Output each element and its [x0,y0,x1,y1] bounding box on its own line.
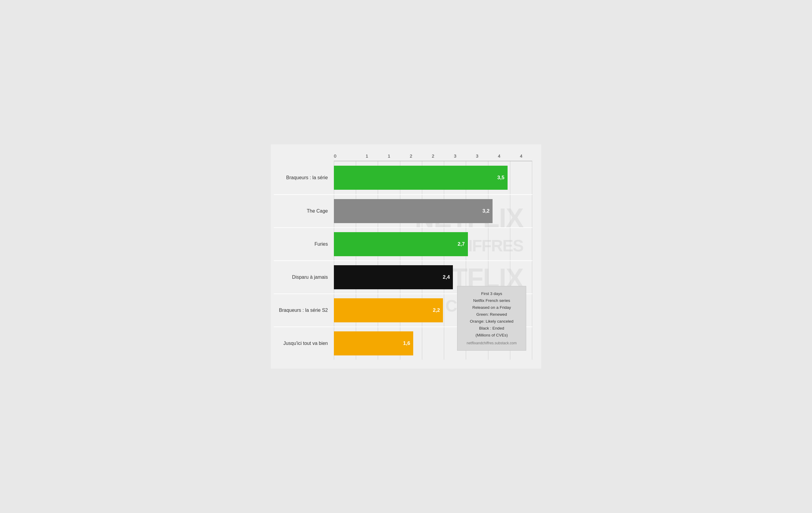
bar-wrapper-furies: 2,7 [334,232,532,256]
bar-braqueurs-s1: 3,5 [334,166,508,190]
bar-label-jusquici: Jusqu'ici tout va bien [274,341,334,346]
chart-container: NETFLIX & CHIFFRES NETFLIX & CHIFFRES 0 … [271,144,541,369]
x-axis: 0 1 1 2 2 3 3 4 4 [334,153,532,159]
legend-box: First 3 days Netflix French series Relea… [457,286,526,351]
bar-value-the-cage: 3,2 [482,208,490,214]
x-tick-5: 3 [444,153,466,159]
bar-value-braqueurs-s1: 3,5 [497,175,504,181]
x-tick-3: 2 [400,153,422,159]
bar-label-furies: Furies [274,241,334,247]
chart-inner: 0 1 1 2 2 3 3 4 4 [274,153,532,360]
x-tick-6: 3 [466,153,488,159]
bar-wrapper-braqueurs-s1: 3,5 [334,166,532,190]
x-tick-2: 1 [378,153,400,159]
bar-value-braqueurs-s2: 2,2 [433,307,440,313]
x-tick-7: 4 [488,153,510,159]
bar-row-braqueurs-s1: Braqueurs : la série 3,5 [274,161,532,194]
legend-line-3: Released on a Friday [463,304,520,311]
legend-line-2: Netflix French series [463,297,520,304]
bar-wrapper-disparu: 2,4 [334,265,532,289]
bar-label-braqueurs-s1: Braqueurs : la série [274,175,334,181]
legend-line-4: Green: Renewed [463,311,520,318]
x-tick-0: 0 [334,153,356,159]
legend-line-7: (Millions of CVEs) [463,332,520,339]
bar-wrapper-the-cage: 3,2 [334,199,532,223]
bar-row-furies: Furies 2,7 [274,227,532,261]
bar-row-the-cage: The Cage 3,2 [274,194,532,227]
legend-source: netflixandchiffres.substack.com [463,340,520,346]
legend-line-5: Orange: Likely canceled [463,318,520,325]
bar-braqueurs-s2: 2,2 [334,298,443,322]
bar-label-braqueurs-s2: Braqueurs : la série S2 [274,307,334,313]
bar-label-the-cage: The Cage [274,208,334,214]
bar-furies: 2,7 [334,232,468,256]
x-tick-1: 1 [356,153,378,159]
legend-line-1: First 3 days [463,291,520,297]
bar-the-cage: 3,2 [334,199,493,223]
bar-label-disparu: Disparu à jamais [274,274,334,280]
bar-disparu: 2,4 [334,265,453,289]
bar-value-disparu: 2,4 [443,274,450,280]
bar-jusquici: 1,6 [334,331,413,355]
x-tick-4: 2 [422,153,444,159]
x-tick-8: 4 [510,153,532,159]
bar-value-furies: 2,7 [458,241,465,247]
legend-line-6: Black : Ended [463,325,520,332]
bar-value-jusquici: 1,6 [403,341,410,346]
